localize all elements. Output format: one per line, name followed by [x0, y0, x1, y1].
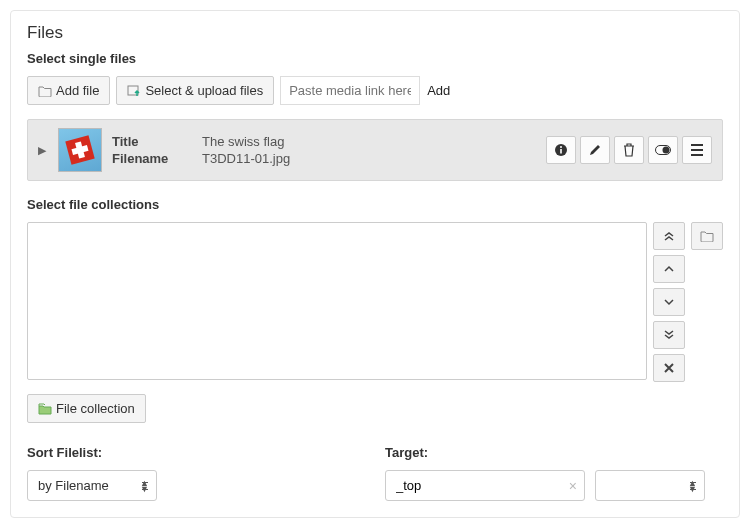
folder-open-icon [700, 230, 714, 242]
sort-select[interactable]: by Filename [27, 470, 157, 501]
toggle-button[interactable] [648, 136, 678, 164]
toggle-icon [655, 145, 671, 155]
file-meta: Title The swiss flag Filename T3DD11-01.… [112, 134, 536, 166]
title-key: Title [112, 134, 192, 149]
target-select[interactable] [595, 470, 705, 501]
collection-icon [38, 402, 52, 416]
chevron-double-up-icon [663, 230, 675, 242]
file-actions [546, 136, 712, 164]
move-top-button[interactable] [653, 222, 685, 250]
folder-icon [38, 84, 52, 98]
single-files-toolbar: Add file Select & upload files Add [27, 76, 723, 105]
menu-button[interactable] [682, 136, 712, 164]
single-files-label: Select single files [27, 51, 723, 66]
bottom-options: Sort Filelist: by Filename ▲▼ Target: × [27, 445, 723, 501]
add-file-button[interactable]: Add file [27, 76, 110, 105]
reorder-buttons [653, 222, 685, 382]
upload-icon [127, 84, 141, 98]
collections-listbox[interactable] [27, 222, 647, 380]
panel-title: Files [27, 23, 723, 43]
chevron-down-icon [663, 298, 675, 306]
svg-point-3 [560, 146, 562, 148]
browse-buttons [691, 222, 723, 250]
chevron-up-icon [663, 265, 675, 273]
target-label: Target: [385, 445, 723, 460]
trash-icon [623, 143, 635, 157]
sort-label: Sort Filelist: [27, 445, 365, 460]
add-file-label: Add file [56, 83, 99, 98]
target-input[interactable] [385, 470, 585, 501]
chevron-double-down-icon [663, 329, 675, 341]
file-thumbnail [58, 128, 102, 172]
select-upload-label: Select & upload files [145, 83, 263, 98]
delete-button[interactable] [614, 136, 644, 164]
edit-button[interactable] [580, 136, 610, 164]
target-column: Target: × ▲▼ [385, 445, 723, 501]
close-icon [663, 362, 675, 374]
hamburger-icon [690, 144, 704, 156]
move-down-button[interactable] [653, 288, 685, 316]
pencil-icon [588, 143, 602, 157]
collections-label: Select file collections [27, 197, 723, 212]
title-value: The swiss flag [202, 134, 536, 149]
clear-target-icon[interactable]: × [569, 478, 577, 494]
remove-button[interactable] [653, 354, 685, 382]
info-button[interactable] [546, 136, 576, 164]
browse-button[interactable] [691, 222, 723, 250]
svg-point-5 [663, 147, 670, 154]
expand-caret-icon[interactable]: ▶ [38, 144, 48, 157]
filename-key: Filename [112, 151, 192, 166]
collections-area [27, 222, 723, 382]
select-upload-button[interactable]: Select & upload files [116, 76, 274, 105]
info-icon [554, 143, 568, 157]
svg-rect-2 [560, 149, 562, 154]
move-up-button[interactable] [653, 255, 685, 283]
filename-value: T3DD11-01.jpg [202, 151, 536, 166]
file-collection-button[interactable]: File collection [27, 394, 146, 423]
add-media-link[interactable]: Add [427, 83, 450, 98]
sort-column: Sort Filelist: by Filename ▲▼ [27, 445, 365, 501]
file-collection-label: File collection [56, 401, 135, 416]
file-item-row: ▶ Title The swiss flag Filename T3DD11-0… [27, 119, 723, 181]
move-bottom-button[interactable] [653, 321, 685, 349]
files-panel: Files Select single files Add file Selec… [10, 10, 740, 518]
media-link-input[interactable] [280, 76, 420, 105]
